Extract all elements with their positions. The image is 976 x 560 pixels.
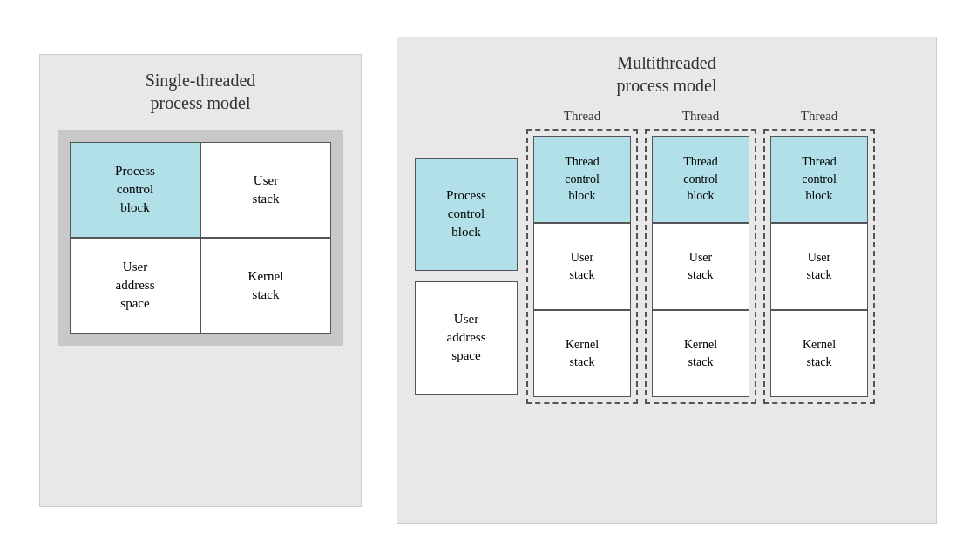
thread-label-1: Thread: [564, 109, 600, 124]
single-threaded-panel: Single-threadedprocess model Processcont…: [39, 54, 362, 507]
multi-pcb-cell: Processcontrolblock: [415, 158, 518, 271]
kernel-stack-1: Kernelstack: [533, 310, 631, 397]
user-stack-1: Userstack: [533, 223, 631, 310]
tcb-3: Threadcontrolblock: [770, 136, 868, 223]
single-kernel-stack-cell: Kernelstack: [200, 238, 331, 334]
single-panel-title: Single-threadedprocess model: [58, 69, 343, 114]
main-container: Single-threadedprocess model Processcont…: [0, 0, 976, 560]
thread-col-1: Thread Threadcontrolblock Userstack Kern…: [526, 109, 638, 404]
thread-box-3: Threadcontrolblock Userstack Kernelstack: [763, 129, 875, 404]
tcb-1: Threadcontrolblock: [533, 136, 631, 223]
single-inner-grid: Processcontrolblock Userstack Useraddres…: [58, 130, 343, 346]
thread-label-3: Thread: [801, 109, 837, 124]
thread-col-2: Thread Threadcontrolblock Userstack Kern…: [645, 109, 756, 404]
multi-uas-cell: Useraddressspace: [415, 281, 518, 395]
kernel-stack-2: Kernelstack: [652, 310, 749, 397]
thread-box-2: Threadcontrolblock Userstack Kernelstack: [645, 129, 756, 404]
single-user-addr-cell: Useraddressspace: [70, 238, 200, 334]
user-stack-2: Userstack: [652, 223, 749, 310]
tcb-2: Threadcontrolblock: [652, 136, 749, 223]
thread-label-2: Thread: [682, 109, 719, 124]
thread-box-1: Threadcontrolblock Userstack Kernelstack: [526, 129, 638, 404]
multi-panel-title: Multithreadedprocess model: [415, 51, 918, 97]
single-pcb-cell: Processcontrolblock: [70, 142, 200, 238]
multi-left-col: Processcontrolblock Useraddressspace: [415, 158, 518, 395]
thread-col-3: Thread Threadcontrolblock Userstack Kern…: [763, 109, 875, 404]
single-user-stack-cell: Userstack: [200, 142, 331, 238]
kernel-stack-3: Kernelstack: [770, 310, 868, 397]
multi-content: Processcontrolblock Useraddressspace Thr…: [415, 109, 918, 404]
thread-columns: Thread Threadcontrolblock Userstack Kern…: [526, 109, 875, 404]
multi-threaded-panel: Multithreadedprocess model Processcontro…: [396, 37, 937, 524]
user-stack-3: Userstack: [770, 223, 868, 310]
